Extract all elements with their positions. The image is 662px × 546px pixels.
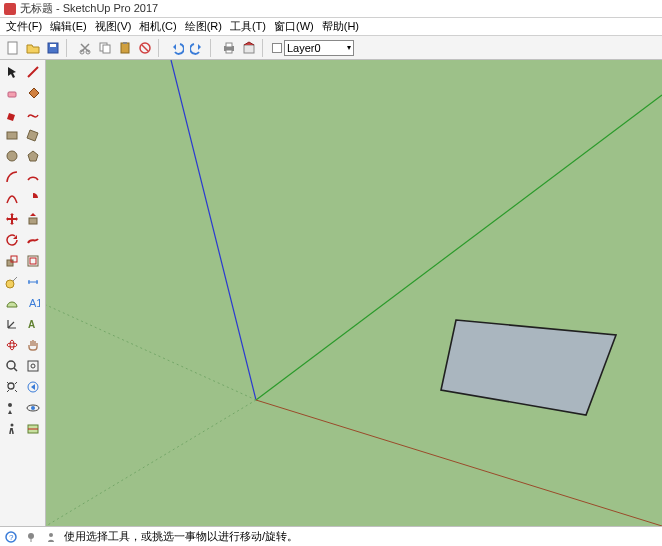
svg-point-27	[7, 361, 15, 369]
zoom-window-tool[interactable]	[23, 356, 42, 375]
3d-viewport[interactable]	[46, 60, 662, 526]
svg-rect-11	[226, 43, 232, 47]
svg-rect-2	[50, 44, 56, 47]
3pt-arc-tool[interactable]	[2, 188, 21, 207]
offset-tool[interactable]	[23, 251, 42, 270]
zoom-extents-tool[interactable]	[2, 377, 21, 396]
previous-view-tool[interactable]	[23, 377, 42, 396]
new-file-button[interactable]	[4, 39, 22, 57]
svg-rect-15	[7, 132, 17, 139]
followme-tool[interactable]	[23, 230, 42, 249]
svg-point-29	[31, 364, 35, 368]
svg-rect-7	[121, 43, 129, 53]
move-tool[interactable]	[2, 209, 21, 228]
layer-color-swatch	[272, 43, 282, 53]
rotate-tool[interactable]	[2, 230, 21, 249]
svg-rect-13	[244, 45, 254, 53]
pie-tool[interactable]	[23, 188, 42, 207]
large-toolset: A1 A	[0, 60, 46, 526]
chevron-down-icon: ▾	[347, 43, 353, 52]
text-tool[interactable]: A1	[23, 293, 42, 312]
menu-edit[interactable]: 编辑(E)	[48, 19, 89, 34]
redo-button[interactable]	[188, 39, 206, 57]
svg-point-25	[7, 343, 17, 347]
print-button[interactable]	[220, 39, 238, 57]
toolbar-separator	[210, 39, 216, 57]
svg-rect-18	[7, 260, 13, 266]
look-around-tool[interactable]	[23, 398, 42, 417]
svg-point-16	[7, 151, 17, 161]
3dtext-tool[interactable]: A	[23, 314, 42, 333]
title-bar: 无标题 - SketchUp Pro 2017	[0, 0, 662, 18]
menu-window[interactable]: 窗口(W)	[272, 19, 316, 34]
menu-camera[interactable]: 相机(C)	[137, 19, 178, 34]
app-icon	[4, 3, 16, 15]
layer-dropdown[interactable]: Layer0 ▾	[284, 40, 354, 56]
menu-help[interactable]: 帮助(H)	[320, 19, 361, 34]
cut-button[interactable]	[76, 39, 94, 57]
2pt-arc-tool[interactable]	[23, 167, 42, 186]
menu-tools[interactable]: 工具(T)	[228, 19, 268, 34]
window-title: 无标题 - SketchUp Pro 2017	[20, 1, 158, 16]
dimension-tool[interactable]	[23, 272, 42, 291]
svg-rect-37	[46, 60, 662, 526]
rectangle-tool[interactable]	[2, 125, 21, 144]
position-camera-tool[interactable]	[2, 398, 21, 417]
svg-point-22	[6, 280, 14, 288]
section-plane-tool[interactable]	[23, 419, 42, 438]
svg-text:A: A	[28, 319, 35, 330]
polygon-tool[interactable]	[23, 146, 42, 165]
axes-tool[interactable]	[2, 314, 21, 333]
erase-button[interactable]	[136, 39, 154, 57]
menu-file[interactable]: 文件(F)	[4, 19, 44, 34]
svg-point-41	[49, 533, 53, 537]
svg-point-26	[10, 340, 14, 350]
svg-point-35	[10, 423, 13, 426]
standard-toolbar: Layer0 ▾	[0, 36, 662, 60]
copy-button[interactable]	[96, 39, 114, 57]
pushpull-tool[interactable]	[23, 209, 42, 228]
paste-button[interactable]	[116, 39, 134, 57]
circle-tool[interactable]	[2, 146, 21, 165]
svg-rect-14	[8, 92, 16, 97]
select-tool[interactable]	[2, 62, 21, 81]
help-icon[interactable]: ?	[4, 530, 18, 544]
svg-rect-8	[123, 42, 127, 44]
layer-current-label: Layer0	[287, 42, 321, 54]
svg-point-40	[28, 533, 34, 539]
svg-text:?: ?	[9, 533, 14, 542]
tape-measure-tool[interactable]	[2, 272, 21, 291]
menu-view[interactable]: 视图(V)	[93, 19, 134, 34]
pencil-tool[interactable]	[2, 104, 21, 123]
paint-bucket-tool[interactable]	[23, 83, 42, 102]
pan-tool[interactable]	[23, 335, 42, 354]
layer-selector[interactable]: Layer0 ▾	[272, 39, 354, 57]
undo-button[interactable]	[168, 39, 186, 57]
toolbar-separator	[158, 39, 164, 57]
walk-tool[interactable]	[2, 419, 21, 438]
zoom-tool[interactable]	[2, 356, 21, 375]
svg-rect-28	[28, 361, 38, 371]
rotated-rect-tool[interactable]	[23, 125, 42, 144]
freehand-tool[interactable]	[23, 104, 42, 123]
protractor-tool[interactable]	[2, 293, 21, 312]
geolocation-icon[interactable]	[24, 530, 38, 544]
svg-point-32	[8, 403, 12, 407]
svg-text:A1: A1	[29, 297, 40, 309]
viewport-canvas	[46, 60, 662, 526]
arc-tool[interactable]	[2, 167, 21, 186]
svg-point-34	[31, 406, 35, 410]
save-button[interactable]	[44, 39, 62, 57]
open-file-button[interactable]	[24, 39, 42, 57]
svg-rect-6	[103, 45, 110, 53]
toolbar-separator	[262, 39, 268, 57]
menu-draw[interactable]: 绘图(R)	[183, 19, 224, 34]
svg-rect-12	[226, 50, 232, 53]
line-tool[interactable]	[23, 62, 42, 81]
orbit-tool[interactable]	[2, 335, 21, 354]
work-area: A1 A	[0, 60, 662, 526]
model-info-button[interactable]	[240, 39, 258, 57]
credits-icon[interactable]	[44, 530, 58, 544]
scale-tool[interactable]	[2, 251, 21, 270]
eraser-tool[interactable]	[2, 83, 21, 102]
